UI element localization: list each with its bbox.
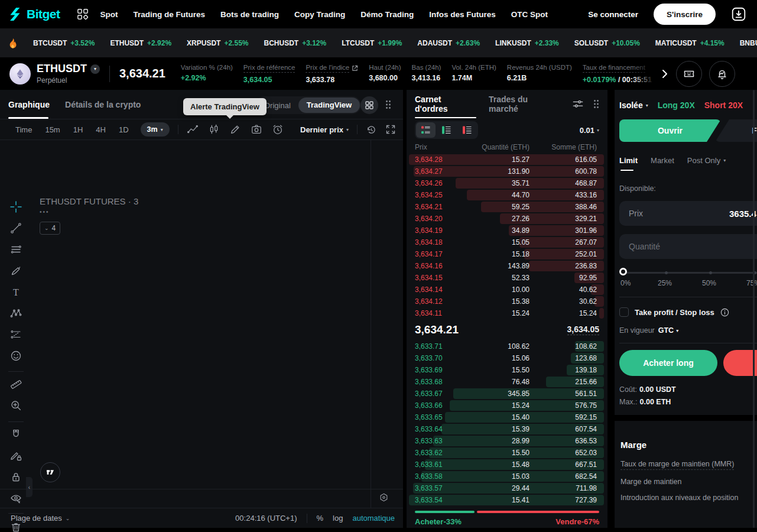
lock-icon[interactable]	[9, 471, 22, 484]
xabcd-pattern-icon[interactable]	[9, 307, 22, 320]
percent-scale-button[interactable]: %	[317, 514, 324, 523]
orderbook-row[interactable]: 3,634.26 35.71 468.87	[407, 177, 607, 189]
ticker-item[interactable]: ADAUSDT +2.63%	[417, 39, 480, 47]
nav-menu-item[interactable]: Infos des Futures	[429, 10, 496, 19]
chart-title-ellipsis[interactable]: •••	[40, 209, 50, 215]
orderbook-row[interactable]: 3,633.70 15.06 123.68	[407, 352, 607, 364]
login-link[interactable]: Se connecter	[588, 10, 638, 19]
orderbook-row[interactable]: 3,634.12 15.38 30.62	[407, 296, 607, 307]
slider-tick-label[interactable]: 75%	[746, 279, 757, 287]
ticker-item[interactable]: LINKUSDT +2.33%	[495, 39, 559, 47]
chart-style-icon[interactable]	[187, 124, 199, 135]
zoom-in-icon[interactable]	[9, 399, 22, 412]
drag-handle-icon[interactable]	[593, 99, 599, 109]
tab-open-position[interactable]: Ouvrir	[619, 119, 721, 142]
orderbook-row[interactable]: 3,633.64 15.39 607.54	[407, 423, 607, 435]
chart-clock[interactable]: 00:24:16 (UTC+1)	[235, 514, 297, 523]
selected-timeframe[interactable]: 3m▾	[141, 122, 170, 137]
orderbook-row[interactable]: 3,633.69 15.50 139.18	[407, 364, 607, 376]
brush-icon[interactable]	[9, 264, 22, 277]
tab-crypto-details[interactable]: Détails de la crypto	[65, 100, 141, 109]
tab-close-position[interactable]: Fermer	[715, 119, 757, 142]
pane-divider[interactable]	[0, 489, 403, 489]
view-bids-icon[interactable]	[437, 122, 456, 138]
price-field[interactable]: Prix 3635.4	[619, 201, 757, 226]
margin-mode-dropdown[interactable]: Isolée▾	[619, 100, 648, 110]
download-app-icon[interactable]	[731, 7, 746, 22]
short-leverage-button[interactable]: Short 20X	[704, 100, 743, 110]
timeframe-option[interactable]: 1H	[73, 125, 83, 134]
quantity-input[interactable]	[629, 242, 757, 251]
order-type-tab[interactable]: Market▾	[651, 156, 674, 171]
ticker-item[interactable]: XRPUSDT +2.55%	[187, 39, 248, 47]
order-type-tab[interactable]: Post Only▾	[687, 156, 726, 171]
signup-button[interactable]: S'inscrire	[654, 4, 716, 25]
precision-dropdown[interactable]: 0.01▾	[580, 126, 599, 135]
chart-legend-toggle[interactable]: ⌄4	[40, 222, 60, 235]
ticker-item[interactable]: MATICUSDT +4.15%	[655, 39, 724, 47]
slider-track[interactable]	[620, 272, 757, 274]
coupon-icon[interactable]	[676, 61, 702, 87]
toolbar-collapse-icon[interactable]: ‹	[26, 477, 33, 497]
trendline-icon[interactable]	[9, 222, 22, 235]
ticker-item[interactable]: LTCUSDT +1.99%	[342, 39, 402, 47]
tab-orderbook[interactable]: Carnet d'ordres	[415, 95, 476, 113]
mark-price[interactable]: 3,634.05	[567, 325, 600, 335]
fib-lines-icon[interactable]	[9, 243, 22, 256]
tp-sl-checkbox[interactable]	[619, 307, 629, 317]
orderbook-row[interactable]: 3,634.14 10.00 40.62	[407, 284, 607, 296]
orderbook-row[interactable]: 3,633.71 108.62 108.62	[407, 340, 607, 352]
timeframe-option[interactable]: 4H	[96, 125, 106, 134]
timeframe-option[interactable]: 15m	[45, 125, 60, 134]
orderbook-row[interactable]: 3,633.62 15.50 652.03	[407, 447, 607, 459]
orderbook-settings-icon[interactable]	[572, 99, 584, 109]
margin-info-link[interactable]: Introduction aux niveaux de position	[620, 494, 738, 502]
tab-market-trades[interactable]: Trades du marché	[489, 95, 559, 113]
margin-info-link[interactable]: Taux de marge de maintien (MMR)	[620, 460, 734, 470]
alert-chart-icon[interactable]	[709, 61, 735, 87]
text-tool-icon[interactable]: T	[9, 286, 22, 299]
ticker-item[interactable]: ETHUSDT +2.92%	[110, 39, 171, 47]
layout-grid-icon[interactable]	[360, 96, 378, 114]
orderbook-row[interactable]: 3,634.18 15.05 267.07	[407, 236, 607, 248]
apps-grid-icon[interactable]	[77, 8, 89, 20]
orderbook-row[interactable]: 3,634.21 59.25 388.46	[407, 201, 607, 213]
nav-menu-item[interactable]: Bots de trading	[220, 10, 279, 19]
hide-drawings-icon[interactable]	[9, 492, 22, 505]
draw-lock-icon[interactable]	[9, 449, 22, 462]
nav-menu-item[interactable]: Spot	[100, 10, 118, 19]
orderbook-row[interactable]: 3,633.54 15.41 727.39	[407, 494, 607, 506]
tab-graphique[interactable]: Graphique	[8, 100, 50, 109]
buy-long-button[interactable]: Acheter long	[619, 350, 717, 376]
symbol-dropdown-icon[interactable]: ▾	[90, 64, 100, 74]
ticker-item[interactable]: BTCUSDT +3.52%	[33, 39, 95, 47]
sell-short-button[interactable]: Vendre short	[723, 350, 757, 376]
order-type-tab[interactable]: Limit▾	[619, 156, 638, 171]
nav-menu-item[interactable]: Trading de Futures	[134, 10, 206, 19]
orderbook-row[interactable]: 3,634.19 34.89 301.96	[407, 225, 607, 236]
crosshair-icon[interactable]	[9, 200, 22, 213]
nav-menu-item[interactable]: OTC Spot	[511, 10, 548, 19]
orderbook-row[interactable]: 3,634.25 44.70 433.16	[407, 189, 607, 201]
alarm-icon[interactable]	[272, 124, 284, 135]
slider-tick-label[interactable]: 50%	[702, 279, 716, 287]
log-scale-button[interactable]: log	[333, 514, 343, 523]
screenshot-icon[interactable]	[251, 124, 262, 135]
ticker-item[interactable]: SOLUSDT +10.05%	[574, 39, 640, 47]
stats-scroll-chevron-icon[interactable]	[662, 69, 668, 79]
draw-icon[interactable]	[229, 124, 241, 135]
price-mode-dropdown[interactable]: Dernier prix▾	[300, 125, 349, 134]
scrollbar[interactable]	[753, 90, 755, 528]
time-in-force-dropdown[interactable]: GTC▾	[658, 326, 678, 335]
quantity-field[interactable]	[619, 234, 757, 259]
auto-scale-button[interactable]: automatique	[352, 514, 395, 523]
source-tradingview[interactable]: TradingView	[298, 98, 360, 113]
info-icon[interactable]	[720, 308, 729, 317]
nav-menu-item[interactable]: Copy Trading	[294, 10, 345, 19]
emoji-icon[interactable]	[9, 349, 22, 362]
drag-handle-icon[interactable]	[385, 100, 391, 109]
slider-knob[interactable]	[619, 268, 627, 275]
orderbook-row[interactable]: 3,634.27 131.90 600.78	[407, 166, 607, 177]
candles-icon[interactable]	[208, 124, 220, 135]
bitget-logo[interactable]: Bitget	[8, 7, 60, 21]
